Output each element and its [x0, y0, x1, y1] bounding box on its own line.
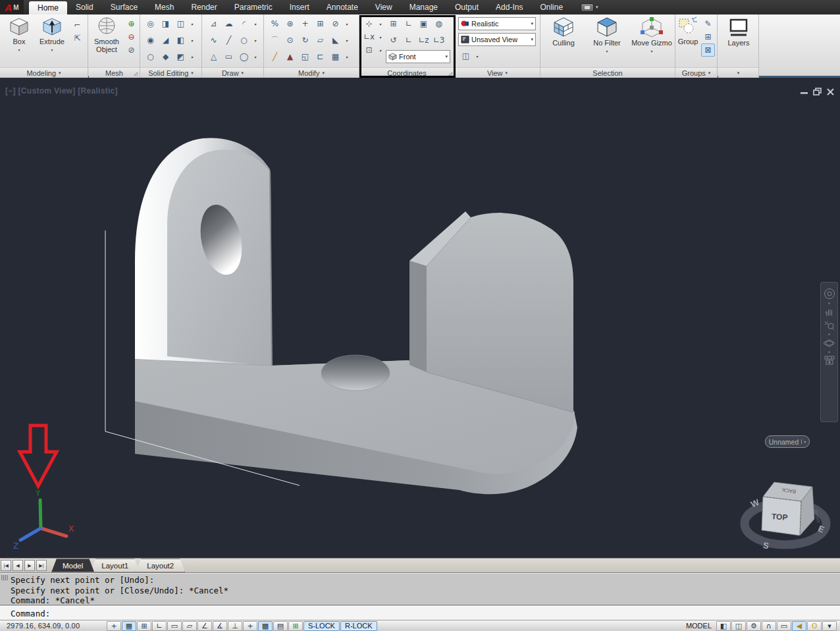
- polar-tracking-icon[interactable]: ▭: [167, 621, 182, 631]
- tab-first-button[interactable]: |◀: [1, 560, 11, 571]
- section-plane-icon[interactable]: ▱: [313, 34, 327, 47]
- named-ucs-dropdown-icon[interactable]: ▾: [445, 54, 448, 59]
- quick-view-drawings-icon[interactable]: ◫: [731, 621, 746, 631]
- visual-style-dropdown-icon[interactable]: ▾: [531, 21, 533, 26]
- model-right-upright-left-face[interactable]: [409, 261, 427, 372]
- spline-icon[interactable]: ∿: [207, 34, 221, 47]
- toolbar-lock-icon[interactable]: ∩: [762, 621, 776, 631]
- command-line-window[interactable]: Specify next point or [Undo]:Specify nex…: [0, 572, 840, 620]
- ucs-3point-icon[interactable]: ∟3: [432, 34, 446, 47]
- move-icon[interactable]: +: [298, 17, 312, 30]
- mesh-refine-icon[interactable]: ⊘: [124, 43, 138, 57]
- view-combo[interactable]: Unsaved View ▾: [458, 33, 536, 46]
- solid-interfere-icon[interactable]: ◫▾: [174, 17, 188, 30]
- grid-display-icon[interactable]: ⊞: [137, 621, 151, 631]
- array-icon[interactable]: ▦▾: [328, 50, 342, 63]
- ucs-x-rotate-icon[interactable]: ∟x▾: [362, 30, 376, 43]
- menu-extra[interactable]: ▾: [581, 0, 598, 14]
- move-gizmo-button[interactable]: Move Gizmo ▾: [630, 16, 673, 55]
- taper-faces-icon[interactable]: ◢: [159, 34, 172, 47]
- compass-south[interactable]: S: [762, 540, 770, 551]
- arc-caret-icon[interactable]: ▾: [254, 22, 256, 26]
- layers-button[interactable]: Layers: [722, 18, 755, 47]
- viewport-restore-icon[interactable]: [814, 88, 821, 95]
- view-cube-style-icon[interactable]: ◫▾: [459, 49, 473, 63]
- menu-tab-render[interactable]: Render: [182, 0, 225, 14]
- brush-match-icon[interactable]: ╱: [268, 50, 282, 63]
- dynamic-ucs-icon[interactable]: ⊥: [228, 621, 242, 631]
- box-caret-icon[interactable]: ▾: [18, 46, 20, 54]
- zoom-icon[interactable]: [824, 320, 835, 331]
- mesh-smooth-less-icon[interactable]: ⊖: [124, 30, 138, 43]
- panel-label-groups[interactable]: Groups▾: [675, 67, 717, 78]
- pan-hand-icon[interactable]: [824, 307, 835, 317]
- ucs-x-rotate-caret-icon[interactable]: ▾: [379, 35, 381, 40]
- menu-tab-home[interactable]: Home: [29, 1, 67, 14]
- group-select-toggle-icon[interactable]: ⊠: [701, 43, 715, 57]
- show-motion-icon[interactable]: [824, 356, 835, 365]
- presspull-icon[interactable]: ⇱: [70, 32, 84, 45]
- menu-tab-parametric[interactable]: Parametric: [226, 0, 281, 14]
- model-space-button[interactable]: MODEL: [682, 622, 716, 630]
- viewport-controls-label[interactable]: [−] [Custom View] [Realistic]: [5, 86, 118, 96]
- solid-union-icon[interactable]: ◎: [144, 17, 157, 30]
- circle-caret-icon[interactable]: ▾: [254, 38, 256, 43]
- ucs-icon-dialog-icon[interactable]: ⊞: [386, 17, 400, 30]
- group-edit-icon[interactable]: ✎: [701, 17, 715, 30]
- ucs-face-icon[interactable]: ⊡▾: [362, 43, 376, 57]
- copy-icon[interactable]: ⊞: [313, 17, 327, 30]
- named-ucs-combo[interactable]: Front ▾: [386, 50, 450, 63]
- layout-tab-layout1[interactable]: Layout1: [90, 559, 140, 572]
- extract-edges-icon[interactable]: ◧▾: [174, 34, 188, 47]
- selection-cycling-icon[interactable]: ⊞: [288, 621, 303, 631]
- solid-subtract-icon[interactable]: ◨: [159, 17, 172, 30]
- menu-tab-view[interactable]: View: [367, 0, 401, 14]
- ucs-icon[interactable]: Y X Z: [13, 489, 74, 551]
- dynamic-input-icon[interactable]: +: [243, 621, 257, 631]
- solid-intersect-icon[interactable]: ◉: [144, 34, 157, 47]
- culling-button[interactable]: Culling: [543, 16, 584, 47]
- scale-icon[interactable]: ◱: [298, 50, 312, 63]
- ucs-z-axis-icon[interactable]: ∟z: [417, 34, 431, 47]
- ucs-named-caret-icon[interactable]: ▾: [379, 22, 381, 26]
- move-gizmo-caret-icon[interactable]: ▾: [650, 47, 652, 55]
- status-lightbulb-icon[interactable]: ʘ: [807, 621, 822, 631]
- rotate-3d-icon[interactable]: ⊙: [283, 34, 297, 47]
- tab-previous-button[interactable]: ◀: [13, 560, 23, 571]
- viewport-close-icon[interactable]: [827, 89, 833, 95]
- menu-tab-surface[interactable]: Surface: [102, 0, 146, 14]
- mesh-dialog-launcher-icon[interactable]: ◿: [134, 71, 138, 76]
- ucs-origin-icon[interactable]: ∟: [402, 17, 415, 30]
- chamfer-icon[interactable]: ◣▾: [328, 34, 342, 47]
- r-lock-button[interactable]: R-LOCK: [340, 621, 377, 631]
- ucs-object-icon[interactable]: ∟: [402, 34, 415, 47]
- panel-label-solid-editing[interactable]: Solid Editing▾: [140, 67, 201, 78]
- view-cube-style-caret-icon[interactable]: ▾: [476, 54, 478, 59]
- smooth-object-button[interactable]: Smooth Object: [90, 16, 123, 53]
- ucs-icon-show-icon[interactable]: ▣: [417, 17, 431, 30]
- arc-icon[interactable]: ◜▾: [237, 17, 251, 30]
- menu-tab-annotate[interactable]: Annotate: [318, 0, 367, 14]
- command-prompt[interactable]: Command:: [11, 609, 50, 618]
- revision-cloud-icon[interactable]: ☁: [222, 17, 236, 30]
- offset-icon[interactable]: ⊏: [313, 50, 327, 63]
- named-view-pill[interactable]: Unnamed ▾: [765, 435, 810, 448]
- no-filter-caret-icon[interactable]: ▾: [606, 47, 608, 55]
- ucs-face-caret-icon[interactable]: ▾: [379, 48, 381, 53]
- quick-properties-icon[interactable]: ▤: [273, 621, 288, 631]
- orbit-icon[interactable]: [824, 338, 835, 348]
- tab-last-button[interactable]: ▶|: [36, 560, 47, 571]
- menu-tab-mesh[interactable]: Mesh: [146, 0, 182, 14]
- object-snap-tracking-icon[interactable]: ∡: [213, 621, 227, 631]
- menu-tab-manage[interactable]: Manage: [401, 0, 446, 14]
- pyramid-scale-icon[interactable]: ▲: [283, 50, 297, 63]
- erase-icon[interactable]: ⊘▾: [328, 17, 342, 30]
- chamfer-caret-icon[interactable]: ▾: [346, 38, 348, 43]
- polysolid-icon[interactable]: ⌐: [70, 18, 84, 32]
- coordinate-readout[interactable]: 2979.16, 634.09, 0.00: [0, 622, 107, 630]
- panel-label-mesh[interactable]: Mesh◿: [89, 67, 140, 78]
- menu-tab-online[interactable]: Online: [531, 0, 571, 14]
- workspace-gear-icon[interactable]: ⚙: [747, 621, 761, 631]
- panel-label-selection[interactable]: Selection: [540, 67, 675, 78]
- imprint-icon[interactable]: ◩▾: [174, 50, 188, 63]
